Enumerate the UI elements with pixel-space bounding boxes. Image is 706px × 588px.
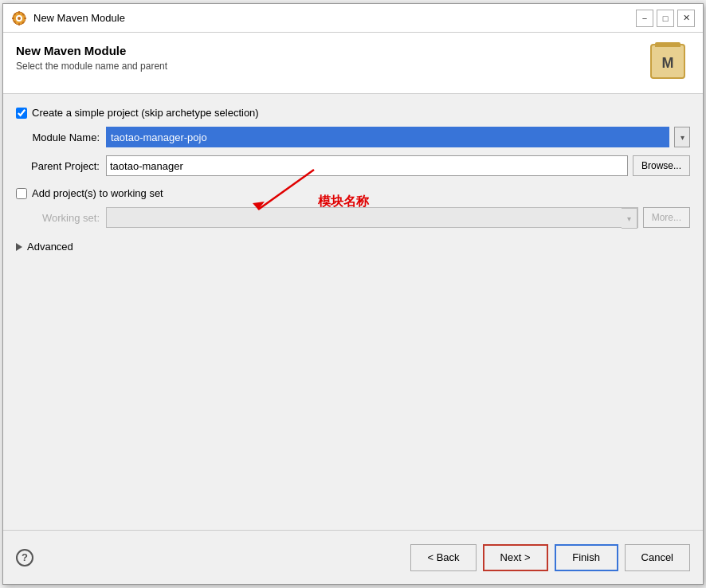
- parent-project-input-container: Browse...: [106, 155, 690, 176]
- more-button[interactable]: More...: [643, 207, 690, 228]
- simple-project-label[interactable]: Create a simple project (skip archetype …: [32, 107, 259, 119]
- header-title: New Maven Module: [16, 44, 167, 57]
- footer-left: ?: [16, 549, 33, 566]
- working-set-label-text[interactable]: Add project(s) to working set: [32, 187, 163, 199]
- maximize-button[interactable]: □: [657, 10, 674, 27]
- header-text: New Maven Module Select the module name …: [16, 44, 167, 72]
- header-section: New Maven Module Select the module name …: [3, 33, 703, 94]
- parent-project-row: Parent Project: Browse...: [16, 155, 690, 176]
- close-button[interactable]: ✕: [677, 10, 695, 27]
- finish-button[interactable]: Finish: [555, 544, 618, 571]
- header-icon-area: M: [650, 44, 690, 84]
- working-set-field-label: Working set:: [16, 212, 100, 224]
- footer-buttons: < Back Next > Finish Cancel: [410, 544, 690, 571]
- maven-logo-icon: M: [650, 44, 685, 79]
- working-set-dropdown-arrow[interactable]: ▾: [622, 208, 637, 229]
- working-set-row: Working set: ▾ More...: [16, 207, 690, 228]
- next-button[interactable]: Next >: [483, 544, 548, 571]
- svg-rect-3: [18, 11, 20, 14]
- browse-button[interactable]: Browse...: [633, 155, 690, 176]
- advanced-triangle-icon: [16, 243, 22, 251]
- module-name-input-container: ▾: [106, 127, 690, 147]
- main-content: Create a simple project (skip archetype …: [3, 94, 703, 530]
- footer: ? < Back Next > Finish Cancel: [3, 530, 703, 584]
- simple-project-checkbox[interactable]: [16, 108, 27, 119]
- module-name-dropdown-arrow[interactable]: ▾: [674, 127, 690, 147]
- minimize-button[interactable]: −: [636, 10, 653, 27]
- working-set-checkbox[interactable]: [16, 188, 27, 199]
- parent-project-label: Parent Project:: [16, 160, 100, 172]
- advanced-label: Advanced: [27, 241, 73, 253]
- working-set-combo[interactable]: [107, 208, 622, 227]
- simple-project-row: Create a simple project (skip archetype …: [16, 107, 690, 119]
- module-name-label: Module Name:: [16, 131, 100, 143]
- maven-gear-icon: [11, 10, 27, 26]
- working-set-checkbox-row: Add project(s) to working set: [16, 187, 690, 199]
- parent-project-input[interactable]: [106, 155, 628, 176]
- title-bar-text: New Maven Module: [33, 12, 125, 24]
- help-button[interactable]: ?: [16, 549, 33, 566]
- title-bar-left: New Maven Module: [11, 10, 125, 26]
- title-bar-controls: − □ ✕: [636, 10, 695, 27]
- svg-rect-6: [24, 18, 26, 19]
- title-bar: New Maven Module − □ ✕: [3, 4, 703, 33]
- back-button[interactable]: < Back: [410, 544, 476, 571]
- svg-point-2: [18, 17, 21, 20]
- svg-rect-5: [12, 18, 14, 19]
- module-name-row: Module Name: ▾: [16, 127, 690, 147]
- header-subtitle: Select the module name and parent: [16, 61, 167, 72]
- dialog: New Maven Module − □ ✕ New Maven Module …: [2, 3, 704, 585]
- module-name-input[interactable]: [106, 127, 669, 147]
- advanced-section[interactable]: Advanced: [16, 239, 690, 254]
- cancel-button[interactable]: Cancel: [625, 544, 690, 571]
- svg-rect-4: [18, 23, 20, 25]
